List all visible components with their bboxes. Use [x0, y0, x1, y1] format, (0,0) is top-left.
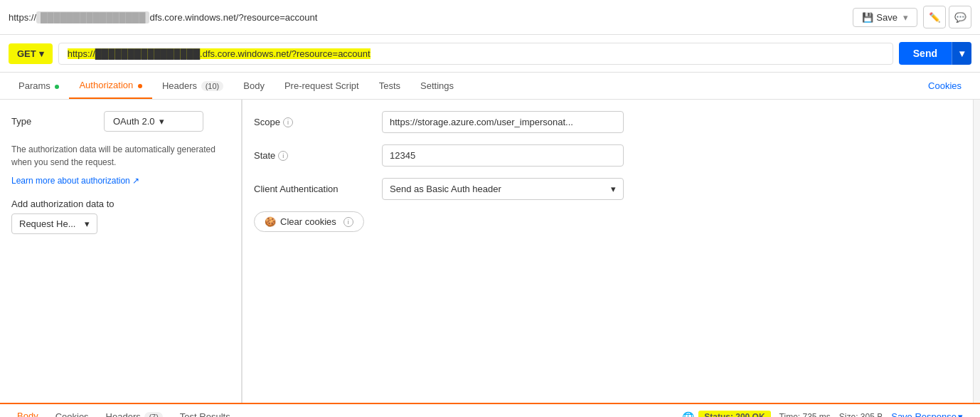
state-input[interactable] [382, 144, 624, 167]
send-button[interactable]: Send ▾ [899, 42, 971, 65]
client-auth-chevron-icon: ▾ [611, 184, 616, 194]
url-highlighted: https://████████████████.dfs.core.window… [68, 48, 371, 59]
tab-authorization[interactable]: Authorization [69, 73, 152, 99]
status-badge: Status: 200 OK [698, 411, 770, 418]
tab-body[interactable]: Body [233, 73, 275, 98]
bottom-headers-badge: (7) [144, 412, 162, 417]
save-button[interactable]: 💾 Save ▾ [853, 8, 917, 27]
comment-icon-button[interactable]: 💬 [949, 6, 971, 28]
state-row: State i [254, 144, 962, 167]
send-chevron-icon: ▾ [952, 42, 971, 65]
type-select[interactable]: OAuth 2.0 ▾ [104, 111, 203, 132]
main-content: Type OAuth 2.0 ▾ The authorization data … [0, 100, 980, 403]
save-response-button[interactable]: Save Response ▾ [891, 411, 963, 417]
headers-badge: (10) [201, 81, 224, 91]
status-bar: 🌐 Status: 200 OK Time: 735 ms Size: 305 … [682, 411, 971, 418]
url-display: https://████████████████dfs.core.windows… [9, 12, 847, 23]
client-auth-select[interactable]: Send as Basic Auth header ▾ [382, 178, 624, 200]
main-tabs: Params Authorization Headers (10) Body P… [0, 73, 980, 100]
bottom-tab-cookies[interactable]: Cookies [47, 405, 97, 417]
size-display: Size: 305 B [839, 412, 883, 418]
params-dot [55, 85, 59, 89]
url-input-display[interactable]: https://████████████████.dfs.core.window… [58, 43, 893, 65]
right-panel: Scope i State i Client Authentication Se… [243, 100, 973, 403]
tab-pre-request[interactable]: Pre-request Script [275, 73, 369, 98]
icon-buttons: ✏️ 💬 [923, 6, 971, 28]
clear-cookies-info-icon: i [343, 217, 353, 227]
left-panel: Type OAuth 2.0 ▾ The authorization data … [0, 100, 242, 403]
tab-params[interactable]: Params [9, 73, 69, 98]
type-chevron-icon: ▾ [159, 116, 164, 127]
tab-settings[interactable]: Settings [410, 73, 464, 98]
right-scrollbar[interactable] [973, 100, 980, 403]
bottom-tab-headers[interactable]: Headers (7) [97, 405, 171, 417]
edit-icon-button[interactable]: ✏️ [923, 6, 946, 28]
add-auth-value: Request He... [19, 218, 76, 229]
state-label: State i [254, 150, 382, 161]
type-label: Type [11, 116, 104, 127]
save-response-chevron-icon: ▾ [958, 411, 963, 417]
add-auth-select[interactable]: Request He... ▾ [11, 213, 97, 234]
clear-cookies-button[interactable]: 🍪 Clear cookies i [254, 211, 364, 232]
scope-info-icon: i [283, 117, 293, 127]
client-auth-value: Send as Basic Auth header [390, 184, 501, 194]
tab-tests[interactable]: Tests [369, 73, 410, 98]
add-auth-chevron-icon: ▾ [85, 218, 90, 229]
tab-cookies[interactable]: Cookies [918, 73, 971, 98]
method-chevron-icon: ▾ [39, 48, 44, 59]
client-auth-row: Client Authentication Send as Basic Auth… [254, 178, 962, 200]
request-bar: GET ▾ https://████████████████.dfs.core.… [0, 35, 980, 73]
state-info-icon: i [278, 151, 288, 161]
bottom-section: Body Cookies Headers (7) Test Results 🌐 … [0, 403, 980, 417]
tab-headers[interactable]: Headers (10) [152, 73, 233, 98]
time-display: Time: 735 ms [779, 412, 831, 418]
scope-input[interactable] [382, 111, 624, 133]
send-label: Send [899, 42, 952, 65]
add-auth-label: Add authorization data to [11, 199, 114, 209]
cookie-icon: 🍪 [265, 216, 276, 227]
scope-row: Scope i [254, 111, 962, 133]
method-select[interactable]: GET ▾ [9, 43, 53, 64]
url-bar: https://████████████████dfs.core.windows… [0, 0, 980, 35]
tabs-right: Cookies [918, 80, 971, 91]
add-auth-row: Add authorization data to [11, 199, 230, 209]
scope-label: Scope i [254, 117, 382, 127]
type-value: OAuth 2.0 [113, 116, 155, 127]
auth-dot [138, 84, 142, 88]
save-chevron-icon: ▾ [903, 12, 908, 23]
bottom-tabs: Body Cookies Headers (7) Test Results 🌐 … [0, 404, 980, 417]
clear-cookies-label: Clear cookies [280, 216, 336, 227]
client-auth-label: Client Authentication [254, 184, 382, 194]
add-auth-select-row: Request He... ▾ [11, 213, 230, 234]
save-icon: 💾 [862, 12, 873, 23]
method-label: GET [17, 48, 36, 59]
auth-info-text: The authorization data will be automatic… [11, 143, 230, 169]
type-row: Type OAuth 2.0 ▾ [11, 111, 230, 132]
globe-icon: 🌐 [682, 411, 694, 418]
bottom-tab-test-results[interactable]: Test Results [171, 405, 239, 417]
bottom-tab-body[interactable]: Body [9, 404, 47, 417]
learn-more-link[interactable]: Learn more about authorization ↗ [11, 174, 230, 187]
